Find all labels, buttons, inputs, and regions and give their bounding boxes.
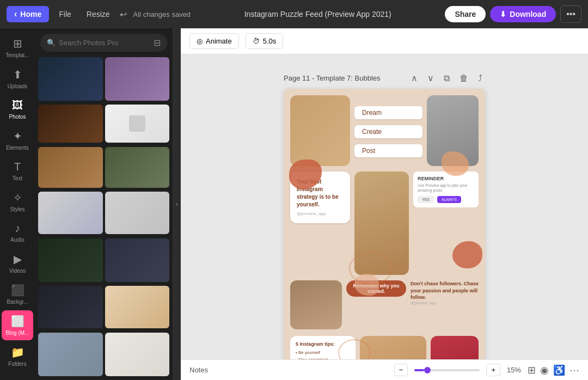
sidebar-item-background[interactable]: ⬛ Backgr... <box>2 279 33 309</box>
page11-title: Page 11 - Template 7: Bubbles <box>284 74 404 82</box>
page-delete-button[interactable]: 🗑 <box>457 72 471 84</box>
search-input[interactable] <box>59 39 154 47</box>
post-label: Post <box>354 144 422 157</box>
zoom-in-button[interactable]: + <box>486 364 500 376</box>
page-copy-button[interactable]: ⧉ <box>441 72 452 84</box>
page-collapse-up-button[interactable]: ∧ <box>408 72 420 84</box>
audio-icon: ♪ <box>15 222 20 235</box>
notes-button[interactable]: Notes <box>189 366 208 374</box>
template-row-4: 5 Instagram tips: • Be yourself • Stay c… <box>284 329 485 359</box>
more-options-button[interactable]: ••• <box>560 5 581 23</box>
list-item[interactable] <box>105 286 170 328</box>
list-item[interactable] <box>38 286 103 328</box>
template-icon: ⊞ <box>13 37 22 50</box>
sidebar-item-template[interactable]: ⊞ Templat... <box>2 33 33 63</box>
present-button[interactable]: ◉ <box>540 364 549 376</box>
list-item[interactable] <box>38 333 103 376</box>
sidebar-item-more[interactable]: ••• More <box>2 373 33 380</box>
sidebar-item-folders[interactable]: 📁 Folders <box>2 341 33 371</box>
resize-button[interactable]: Resize <box>81 7 115 22</box>
photos-panel: 🔍 ⊟ <box>35 28 173 380</box>
folders-icon: 📁 <box>11 346 24 359</box>
sidebar-item-text[interactable]: T Text <box>2 156 33 186</box>
list-item[interactable] <box>105 238 170 282</box>
search-icon: 🔍 <box>47 39 56 47</box>
template-canvas-page11[interactable]: Dream Create Post Your best Instagram st… <box>284 89 485 359</box>
center-person-photo[interactable] <box>354 171 409 275</box>
uploads-icon: ⬆ <box>13 68 22 81</box>
reminder-yes-button[interactable]: YES <box>418 196 434 203</box>
icon-sidebar: ⊞ Templat... ⬆ Uploads 🖼 Photos ✦ Elemen… <box>0 28 35 380</box>
download-button[interactable]: ⬇ Download <box>490 6 556 22</box>
page11-header: Page 11 - Template 7: Bubbles ∧ ∨ ⧉ 🗑 ⤴ <box>284 72 485 84</box>
more-icon: ••• <box>11 378 23 380</box>
document-title: Instagram Puzzle Feed (Preview App 2021) <box>195 10 440 19</box>
animate-button[interactable]: ◎ Animate <box>189 33 239 49</box>
bottom-left-photo[interactable] <box>290 280 342 329</box>
file-button[interactable]: File <box>53 7 77 22</box>
filter-icon[interactable]: ⊟ <box>154 38 161 48</box>
grid-view-button[interactable]: ⊞ <box>528 364 536 376</box>
sidebar-item-styles[interactable]: ✧ Styles <box>2 187 33 217</box>
reminder-text: Use Preview app to plan your amazing pos… <box>418 183 474 193</box>
zoom-slider-track[interactable] <box>414 369 480 371</box>
canvas-toolbar: ◎ Animate ⏱ 5.0s <box>181 28 588 54</box>
reminder-title: REMINDER <box>418 176 474 181</box>
list-item[interactable] <box>38 57 103 101</box>
zoom-slider-fill <box>414 369 424 371</box>
bottom-center-photo[interactable] <box>360 336 426 359</box>
accessibility-button[interactable]: ♿ <box>553 364 565 376</box>
timer-button[interactable]: ⏱ 5.0s <box>246 33 284 49</box>
chase-author: @preview_app <box>411 301 479 305</box>
sidebar-item-uploads[interactable]: ⬆ Uploads <box>2 64 33 94</box>
sidebar-item-photos[interactable]: 🖼 Photos <box>2 95 33 124</box>
bottom-bar: Notes − + 15% ⊞ ◉ ♿ ⋯ <box>181 359 588 380</box>
list-item[interactable] <box>38 105 103 143</box>
tips-card: 5 Instagram tips: • Be yourself • Stay c… <box>290 336 356 359</box>
styles-icon: ✧ <box>13 191 22 204</box>
zoom-out-button[interactable]: − <box>394 364 408 376</box>
list-item[interactable] <box>105 192 170 234</box>
undo-icon[interactable]: ↩ <box>120 9 127 20</box>
list-item[interactable] <box>105 57 170 101</box>
bottom-icons: ⊞ ◉ ♿ ⋯ <box>528 364 579 376</box>
sidebar-item-audio[interactable]: ♪ Audio <box>2 218 33 247</box>
quote-author: @preview_app <box>297 211 344 217</box>
home-button[interactable]: Home <box>7 6 49 22</box>
videos-icon: ▶ <box>14 253 22 266</box>
zoom-slider-thumb[interactable] <box>424 367 431 373</box>
topbar: Home File Resize ↩ All changes saved Ins… <box>0 0 588 28</box>
list-item[interactable] <box>38 192 103 234</box>
reminder-actions: YES ALWAYS <box>418 196 474 203</box>
sidebar-item-blog[interactable]: ⬜ Blog (M... <box>2 310 33 340</box>
sidebar-item-videos[interactable]: ▶ Videos <box>2 248 33 278</box>
zoom-level-display: 15% <box>507 366 521 374</box>
canvas-area: ◎ Animate ⏱ 5.0s Page 11 - Template 7: B… <box>181 28 588 380</box>
download-icon: ⬇ <box>500 10 506 19</box>
list-item[interactable] <box>38 147 103 188</box>
background-icon: ⬛ <box>11 284 24 297</box>
bottom-right-photo[interactable] <box>431 336 479 359</box>
timer-icon: ⏱ <box>253 37 260 45</box>
sidebar-item-elements[interactable]: ✦ Elements <box>2 125 33 155</box>
list-item[interactable] <box>105 105 170 143</box>
right-column: REMINDER Use Preview app to plan your am… <box>413 171 479 207</box>
saved-status: All changes saved <box>133 10 191 19</box>
share-button[interactable]: Share <box>445 6 486 22</box>
page-share-button[interactable]: ⤴ <box>475 72 485 84</box>
collapse-handle[interactable]: ‹ <box>173 28 181 380</box>
list-item[interactable] <box>105 147 170 188</box>
couple-photo[interactable] <box>290 95 350 166</box>
dream-label: Dream <box>354 106 422 119</box>
blog-icon: ⬜ <box>11 315 24 328</box>
list-item[interactable] <box>105 333 170 376</box>
reminder-always-button[interactable]: ALWAYS <box>437 196 461 203</box>
tips-list: • Be yourself • Stay consistent • Post w… <box>296 350 350 359</box>
more-bottom-button[interactable]: ⋯ <box>569 364 579 376</box>
list-item[interactable] <box>38 238 103 282</box>
page-collapse-down-button[interactable]: ∨ <box>425 72 437 84</box>
search-bar: 🔍 ⊟ <box>35 28 173 55</box>
decorative-blob-4 <box>354 274 379 296</box>
chase-col: Don't chase followers. Chase your passio… <box>411 280 479 305</box>
canvas-scroll[interactable]: Page 11 - Template 7: Bubbles ∧ ∨ ⧉ 🗑 ⤴ <box>181 54 588 359</box>
